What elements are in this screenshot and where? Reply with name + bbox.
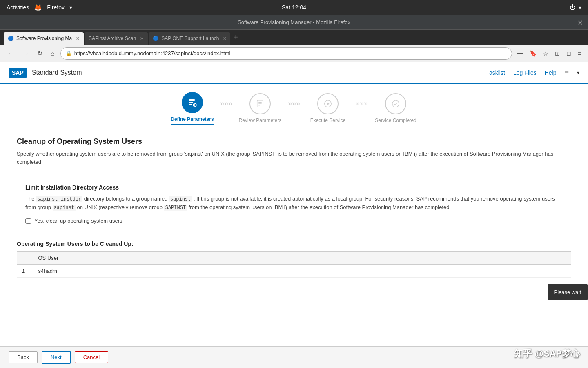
- please-wait-text: Please wait: [554, 289, 581, 295]
- sap-app-bar: SAP Standard System Tasklist Log Files H…: [0, 62, 588, 84]
- forward-nav-button[interactable]: →: [20, 48, 31, 59]
- sap-nav-links: Tasklist Log Files Help ≡ ▾: [486, 69, 579, 77]
- desc-text-5: from the operating system users on IBM i…: [189, 204, 451, 210]
- main-content-area: Cleanup of Operating System Users Specif…: [0, 125, 588, 346]
- cleanup-checkbox-row: Yes, clean up operating system users: [25, 218, 563, 224]
- tab1-label: Software Provisioning Ma: [16, 36, 72, 41]
- subsection-description: The sapinst_instdir directory belongs to…: [25, 195, 563, 212]
- limit-install-dir-section: Limit Installation Directory Access The …: [17, 176, 571, 232]
- svg-rect-2: [189, 102, 193, 103]
- step-define-parameters: Define Parameters: [168, 92, 217, 125]
- tab-sapinst-archive[interactable]: SAPinst Archive Scan ✕: [85, 32, 148, 45]
- log-files-link[interactable]: Log Files: [513, 69, 537, 76]
- back-button[interactable]: Back: [9, 351, 38, 363]
- bookmark-button[interactable]: 🔖: [528, 49, 538, 58]
- sap-app-title: Standard System: [32, 69, 82, 76]
- tab-sap-one-support[interactable]: 🔵 SAP ONE Support Launch ✕: [149, 32, 230, 45]
- svg-point-13: [392, 100, 399, 107]
- os-users-section: Operating System Users to be Cleaned Up:…: [17, 241, 571, 278]
- browser-close-button[interactable]: ✕: [577, 18, 583, 26]
- tab-software-provisioning[interactable]: 🔵 Software Provisioning Ma ✕: [4, 32, 84, 45]
- mono-sapinst-2: sapinst: [53, 205, 76, 211]
- url-text: https://vhcalhdbdb.dummy.nodomain:4237/s…: [74, 50, 231, 56]
- desc-text-1: The: [25, 196, 34, 202]
- tab2-close-icon[interactable]: ✕: [140, 36, 144, 41]
- step-wizard: Define Parameters »»» Review Parameters …: [0, 84, 588, 125]
- svg-rect-0: [189, 99, 195, 100]
- subsection-title: Limit Installation Directory Access: [25, 184, 563, 191]
- cleanup-checkbox-label: Yes, clean up operating system users: [34, 218, 122, 224]
- ssl-lock-icon: 🔒: [66, 51, 72, 56]
- desc-text-2: directory belongs to a group named: [84, 196, 168, 202]
- tasklist-link[interactable]: Tasklist: [486, 69, 505, 76]
- page-main-desc: Specify whether operating system users a…: [17, 150, 571, 166]
- step3-circle: [317, 93, 339, 114]
- browser-menu-button[interactable]: ≡: [576, 49, 583, 58]
- activities-label[interactable]: Activities: [7, 4, 29, 11]
- step4-label: Service Completed: [375, 118, 416, 123]
- back-nav-button[interactable]: ←: [5, 48, 17, 59]
- mono-SAPINST: SAPINST: [164, 205, 187, 211]
- mono-sapinst-instdir: sapinst_instdir: [36, 196, 82, 202]
- step1-label: Define Parameters: [171, 116, 214, 125]
- firefox-icon: 🦊: [34, 4, 42, 11]
- bottom-action-bar: Back Next Cancel: [0, 346, 588, 368]
- tabs-bar: 🔵 Software Provisioning Ma ✕ SAPinst Arc…: [0, 30, 588, 45]
- os-users-table: OS User 1 s4hadm: [17, 251, 571, 278]
- next-button[interactable]: Next: [42, 351, 71, 364]
- table-row-number: 1: [17, 265, 33, 278]
- power-icon[interactable]: ⏻: [570, 4, 575, 11]
- os-time: Sat 12:04: [282, 4, 306, 11]
- please-wait-tooltip: Please wait: [548, 284, 588, 300]
- tab1-close-icon[interactable]: ✕: [76, 36, 80, 41]
- help-link[interactable]: Help: [545, 69, 557, 76]
- reload-nav-button[interactable]: ↻: [35, 48, 45, 59]
- os-users-title: Operating System Users to be Cleaned Up:: [17, 241, 571, 247]
- cancel-button[interactable]: Cancel: [75, 351, 108, 363]
- sidebar-button[interactable]: ⊟: [565, 49, 573, 58]
- url-bar[interactable]: 🔒 https://vhcalhdbdb.dummy.nodomain:4237…: [60, 47, 512, 60]
- table-row: 1 s4hadm: [17, 265, 571, 278]
- step-service-completed: Service Completed: [371, 93, 420, 123]
- step-review-parameters: Review Parameters: [236, 93, 285, 123]
- browser-title: Software Provisioning Manager - Mozilla …: [238, 19, 350, 25]
- watermark: 知乎 @SAP梦心: [514, 348, 580, 360]
- page-main-title: Cleanup of Operating System Users: [17, 137, 571, 146]
- browser-window: Software Provisioning Manager - Mozilla …: [0, 15, 588, 368]
- sap-menu-icon[interactable]: ≡: [564, 69, 569, 77]
- os-menu-icon[interactable]: ▾: [579, 4, 581, 11]
- step3-label: Execute Service: [310, 118, 346, 123]
- cleanup-checkbox[interactable]: [25, 218, 31, 224]
- star-button[interactable]: ☆: [541, 49, 550, 58]
- firefox-dropdown-icon[interactable]: ▾: [69, 4, 72, 11]
- table-osuser-header: OS User: [33, 252, 571, 265]
- reader-view-button[interactable]: ⊞: [553, 49, 561, 58]
- browser-titlebar: Software Provisioning Manager - Mozilla …: [0, 15, 588, 30]
- table-rownum-header: [17, 252, 33, 265]
- tab3-favicon: 🔵: [153, 36, 159, 41]
- step-execute-service: Execute Service: [303, 93, 352, 123]
- nav-bar: ← → ↻ ⌂ 🔒 https://vhcalhdbdb.dummy.nodom…: [0, 45, 588, 62]
- tab2-label: SAPinst Archive Scan: [89, 36, 136, 41]
- mono-sapinst: sapinst: [169, 196, 192, 202]
- more-options-button[interactable]: •••: [515, 49, 525, 58]
- step-arrow-1: »»»: [217, 99, 236, 108]
- svg-rect-1: [189, 100, 195, 101]
- table-row-value: s4hadm: [33, 265, 571, 278]
- sap-logo: SAP: [9, 68, 27, 78]
- tab3-label: SAP ONE Support Launch: [161, 36, 219, 41]
- tab1-favicon: 🔵: [8, 36, 14, 41]
- desc-text-4: on UNIX (respectively remove group: [77, 204, 163, 210]
- step4-circle: [385, 93, 406, 114]
- step1-circle: [182, 92, 203, 113]
- tab3-close-icon[interactable]: ✕: [223, 36, 227, 41]
- new-tab-button[interactable]: +: [231, 33, 241, 42]
- step2-label: Review Parameters: [239, 118, 282, 123]
- sap-logo-area: SAP Standard System: [9, 68, 82, 78]
- sap-menu-chevron[interactable]: ▾: [577, 70, 579, 76]
- step2-circle: [249, 93, 271, 114]
- step-arrow-2: »»»: [285, 99, 303, 108]
- firefox-label[interactable]: Firefox: [47, 4, 65, 11]
- home-nav-button[interactable]: ⌂: [48, 48, 57, 59]
- svg-marker-12: [327, 102, 330, 105]
